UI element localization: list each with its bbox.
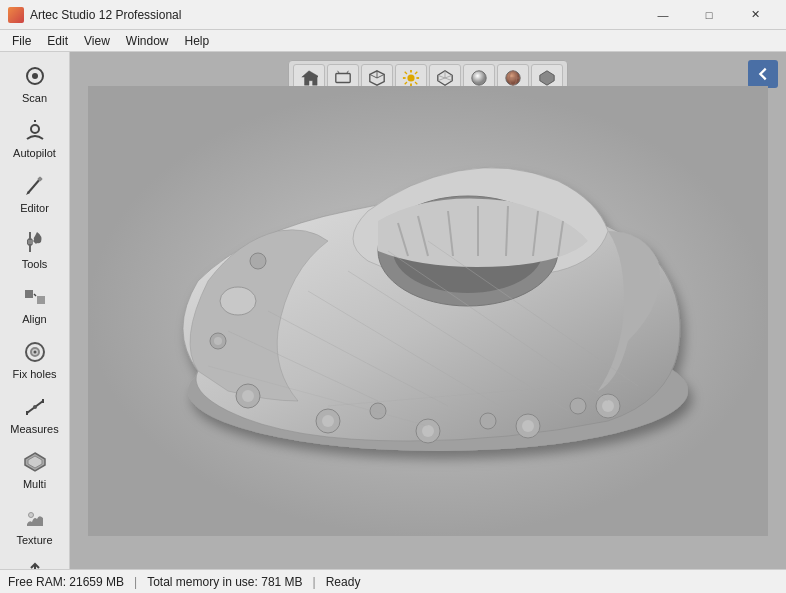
sidebar-item-texture[interactable]: Texture — [3, 498, 67, 551]
svg-point-59 — [242, 390, 254, 402]
svg-point-74 — [220, 287, 256, 315]
close-button[interactable]: ✕ — [732, 0, 778, 30]
sidebar-item-autopilot[interactable]: Autopilot — [3, 111, 67, 164]
viewport[interactable] — [70, 52, 786, 569]
align-label: Align — [22, 313, 46, 326]
sidebar-item-align[interactable]: Align — [3, 277, 67, 330]
minimize-button[interactable]: — — [640, 0, 686, 30]
svg-rect-8 — [37, 296, 45, 304]
svg-point-12 — [33, 350, 36, 353]
measures-icon — [21, 393, 49, 421]
editor-icon — [21, 172, 49, 200]
menu-edit[interactable]: Edit — [39, 32, 76, 50]
app-icon — [8, 7, 24, 23]
app-title: Artec Studio 12 Professional — [30, 8, 640, 22]
autopilot-icon — [21, 117, 49, 145]
scan-label: Scan — [22, 92, 47, 105]
svg-point-19 — [28, 512, 33, 517]
sidebar-item-multi[interactable]: Multi — [3, 442, 67, 495]
editor-label: Editor — [20, 202, 49, 215]
multi-icon — [21, 448, 49, 476]
svg-point-69 — [214, 337, 222, 345]
sidebar-item-fixholes[interactable]: Fix holes — [3, 332, 67, 385]
menu-help[interactable]: Help — [177, 32, 218, 50]
texture-label: Texture — [16, 534, 52, 547]
titlebar: Artec Studio 12 Professional — □ ✕ — [0, 0, 786, 30]
statusbar: Free RAM: 21659 MB | Total memory in use… — [0, 569, 786, 593]
svg-point-63 — [422, 425, 434, 437]
svg-point-70 — [250, 253, 266, 269]
maximize-button[interactable]: □ — [686, 0, 732, 30]
tools-icon — [21, 228, 49, 256]
svg-line-4 — [28, 179, 40, 193]
menu-window[interactable]: Window — [118, 32, 177, 50]
scan-icon — [21, 62, 49, 90]
texture-icon — [21, 504, 49, 532]
menu-view[interactable]: View — [76, 32, 118, 50]
svg-point-73 — [570, 398, 586, 414]
svg-point-65 — [522, 420, 534, 432]
svg-point-67 — [602, 400, 614, 412]
svg-point-1 — [32, 73, 38, 79]
fixholes-icon — [21, 338, 49, 366]
menu-file[interactable]: File — [4, 32, 39, 50]
menubar: File Edit View Window Help — [0, 30, 786, 52]
sidebar: Scan Autopilot Editor — [0, 52, 70, 569]
fixholes-label: Fix holes — [12, 368, 56, 381]
svg-point-72 — [480, 413, 496, 429]
align-icon — [21, 283, 49, 311]
publish-icon — [21, 559, 49, 569]
sidebar-item-tools[interactable]: Tools — [3, 222, 67, 275]
sidebar-item-scan[interactable]: Scan — [3, 56, 67, 109]
sidebar-item-measures[interactable]: Measures — [3, 387, 67, 440]
total-memory-label: Total memory in use: 781 MB — [147, 575, 302, 589]
autopilot-label: Autopilot — [13, 147, 56, 160]
model-canvas — [70, 52, 786, 569]
separator-2: | — [313, 575, 316, 589]
svg-line-9 — [34, 294, 36, 296]
separator-1: | — [134, 575, 137, 589]
tools-label: Tools — [22, 258, 48, 271]
main-layout: Scan Autopilot Editor — [0, 52, 786, 569]
svg-rect-6 — [28, 240, 33, 244]
status-ready: Ready — [326, 575, 361, 589]
svg-point-2 — [31, 125, 39, 133]
free-ram-label: Free RAM: 21659 MB — [8, 575, 124, 589]
window-controls: — □ ✕ — [640, 0, 778, 30]
svg-point-61 — [322, 415, 334, 427]
svg-rect-7 — [25, 290, 33, 298]
measures-label: Measures — [10, 423, 58, 436]
svg-point-16 — [33, 405, 37, 409]
sidebar-item-publish[interactable]: Publish — [3, 553, 67, 569]
sidebar-item-editor[interactable]: Editor — [3, 166, 67, 219]
multi-label: Multi — [23, 478, 46, 491]
